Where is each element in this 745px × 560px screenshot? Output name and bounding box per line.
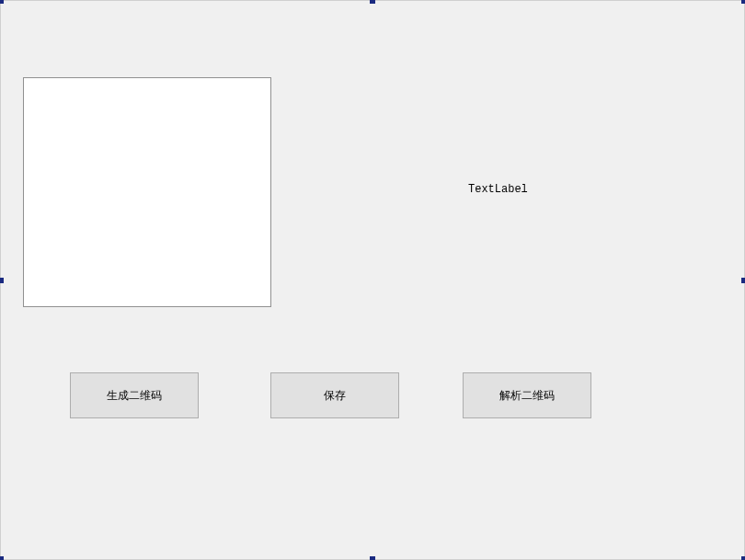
- form-canvas[interactable]: TextLabel 生成二维码 保存 解析二维码: [0, 0, 745, 560]
- resize-handle-bottom-right[interactable]: [741, 556, 745, 560]
- resize-handle-bottom-middle[interactable]: [370, 556, 375, 560]
- resize-handle-bottom-left[interactable]: [0, 556, 4, 560]
- save-button-label: 保存: [324, 388, 346, 404]
- generate-qrcode-button[interactable]: 生成二维码: [70, 372, 199, 418]
- resize-handle-middle-left[interactable]: [0, 278, 4, 283]
- text-label[interactable]: TextLabel: [468, 183, 528, 196]
- resize-handle-top-left[interactable]: [0, 0, 4, 4]
- parse-qrcode-button[interactable]: 解析二维码: [463, 372, 591, 418]
- parse-qrcode-button-label: 解析二维码: [499, 388, 555, 404]
- resize-handle-middle-right[interactable]: [741, 278, 745, 283]
- generate-qrcode-button-label: 生成二维码: [107, 388, 162, 404]
- resize-handle-top-middle[interactable]: [370, 0, 375, 4]
- resize-handle-top-right[interactable]: [741, 0, 745, 4]
- qrcode-image-box[interactable]: [23, 77, 271, 307]
- save-button[interactable]: 保存: [270, 372, 399, 418]
